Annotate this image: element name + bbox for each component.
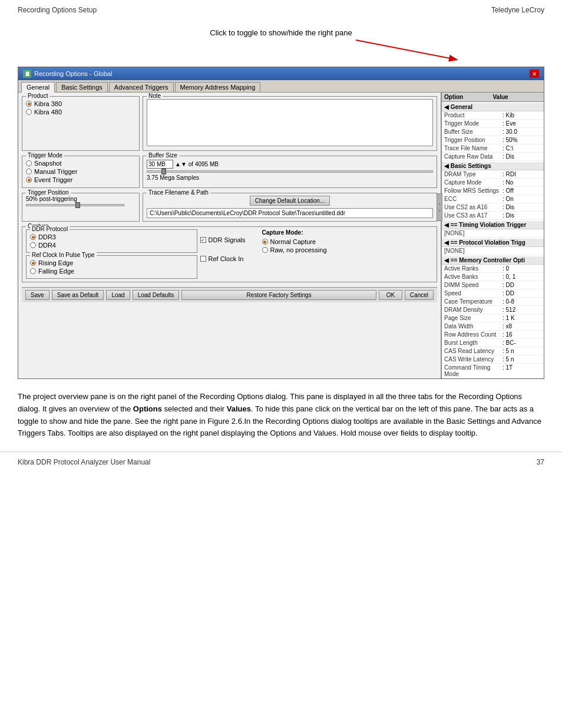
restore-factory-button[interactable]: Restore Factory Settings	[181, 290, 376, 300]
note-group: Note	[143, 96, 437, 151]
capture-group: Capture DDR Protocol DDR3	[22, 226, 437, 282]
trigger-event[interactable]: Event Trigger	[26, 176, 135, 183]
trigger-manual[interactable]: Manual Trigger	[26, 168, 135, 175]
capture-checkboxes: DDR Signals Ref Clock In	[200, 229, 259, 279]
row-trigger-pos-trace: Trigger Position 50% post-triggering Tra…	[22, 193, 437, 223]
cancel-button[interactable]: Cancel	[405, 290, 434, 300]
radio-manual[interactable]	[26, 169, 32, 174]
dialog-body: Product Kibra 380 Kibra 480 Note	[18, 93, 544, 378]
tab-basic-settings[interactable]: Basic Settings	[56, 82, 108, 92]
product-kibra380[interactable]: Kibra 380	[26, 100, 135, 107]
right-row: Burst Length: BC-	[442, 339, 544, 347]
right-row: Active Ranks: 0	[442, 265, 544, 273]
svg-line-0	[356, 40, 456, 60]
change-location-button[interactable]: Change Default Location...	[250, 196, 330, 206]
buffer-slider[interactable]	[147, 170, 433, 173]
right-row: ECC: On	[442, 195, 544, 203]
row-trigger-buffer: Trigger Mode Snapshot Manual Trigger Eve…	[22, 156, 437, 190]
right-row: Trigger Position: 50%	[442, 136, 544, 144]
right-row: [NONE]	[442, 229, 544, 238]
right-row: Speed: DD	[442, 289, 544, 298]
right-row: Follow MRS Settings: Off	[442, 187, 544, 195]
product-kibra480[interactable]: Kibra 480	[26, 108, 135, 116]
arrow-svg	[350, 37, 468, 63]
radio-kibra480[interactable]	[26, 109, 32, 115]
description-paragraph: The project overview pane is on the righ…	[18, 391, 544, 440]
buffer-samples: 3.75 Mega Samples	[147, 174, 433, 181]
dialog-footer: Save Save as Default Load Load Defaults …	[22, 287, 437, 302]
buffer-size-group: Buffer Size ▲▼ of 4095 MB 3.75 Mega Samp…	[143, 156, 437, 188]
right-pane-header: Option Value	[442, 93, 544, 102]
save-as-default-button[interactable]: Save as Default	[52, 290, 104, 300]
dialog-close-button[interactable]: ✕	[530, 70, 539, 78]
right-row: Use CS2 as A16: Dis	[442, 203, 544, 212]
tab-advanced-triggers[interactable]: Advanced Triggers	[109, 82, 174, 92]
desc-bold1: Options	[133, 404, 162, 413]
right-row: Page Size: 1 K	[442, 314, 544, 322]
load-defaults-button[interactable]: Load Defaults	[133, 290, 180, 300]
radio-kibra380[interactable]	[26, 101, 32, 107]
radio-ddr4[interactable]	[30, 242, 36, 248]
product-group: Product Kibra 380 Kibra 480	[22, 96, 140, 151]
trigger-mode-group: Trigger Mode Snapshot Manual Trigger Eve…	[22, 156, 140, 188]
right-pane-toggle[interactable]: › ›	[437, 193, 442, 221]
raw-capture-option[interactable]: Raw, no processing	[262, 246, 434, 253]
ddr4-option[interactable]: DDR4	[30, 242, 193, 249]
radio-rising[interactable]	[30, 260, 36, 266]
dialog-title: 📋 Recording Options - Global	[23, 70, 113, 78]
note-textarea[interactable]	[147, 99, 433, 146]
footer-right: 37	[537, 458, 544, 466]
radio-ddr3[interactable]	[30, 234, 36, 240]
header-left: Recording Options Setup	[18, 6, 97, 14]
right-row: [NONE]	[442, 247, 544, 255]
dialog-titlebar: 📋 Recording Options - Global ✕	[18, 67, 544, 80]
trigger-mode-label: Trigger Mode	[26, 152, 64, 159]
right-section-basic-settings: ◀ Basic Settings	[442, 162, 544, 170]
radio-normal-capture[interactable]	[262, 239, 268, 245]
right-row: Row Address Count: 16	[442, 331, 544, 339]
radio-falling[interactable]	[30, 268, 36, 274]
trigger-snapshot[interactable]: Snapshot	[26, 160, 135, 167]
right-row: Active Banks: 0, 1	[442, 273, 544, 281]
radio-event[interactable]	[26, 177, 32, 183]
right-row: Data Width: x8	[442, 322, 544, 331]
buffer-size-label: Buffer Size	[147, 152, 179, 159]
trace-filename-group: Trace Filename & Path Change Default Loc…	[143, 193, 437, 222]
trigger-pos-label: Trigger Position	[26, 189, 71, 196]
tab-general[interactable]: General	[21, 82, 55, 93]
ddr3-option[interactable]: DDR3	[30, 233, 193, 241]
right-pane: Option Value ◀ GeneralProduct: KibTrigge…	[441, 93, 544, 378]
radio-snapshot[interactable]	[26, 160, 32, 166]
dialog-left-panel: Product Kibra 380 Kibra 480 Note	[18, 93, 441, 378]
ddr-protocol-label: DDR Protocol	[30, 226, 70, 232]
falling-edge-option[interactable]: Falling Edge	[30, 268, 193, 275]
trigger-position-group: Trigger Position 50% post-triggering	[22, 193, 140, 222]
buffer-input-row: ▲▼ of 4095 MB	[147, 160, 433, 169]
dialog-content: General Basic Settings Advanced Triggers…	[18, 80, 544, 378]
right-row: Case Temperature: 0-8	[442, 298, 544, 306]
ok-button[interactable]: OK	[379, 290, 402, 300]
trigger-pos-slider[interactable]	[26, 204, 124, 206]
buffer-size-input[interactable]	[147, 160, 173, 169]
footer-left: Kibra DDR Protocol Analyzer User Manual	[18, 458, 150, 466]
right-section-==-timing-violation-trigger: ◀ == Timing Violation Trigger	[442, 221, 544, 229]
tab-memory-address[interactable]: Memory Address Mapping	[175, 82, 261, 92]
right-row: DRAM Density: 512	[442, 306, 544, 314]
load-button[interactable]: Load	[106, 290, 130, 300]
right-section-==-protocol-violation-trigg: ◀ == Protocol Violation Trigg	[442, 239, 544, 247]
right-col-option: Option	[444, 94, 493, 100]
ref-clock-checkbox[interactable]: Ref Clock In	[200, 255, 259, 262]
ddr-signals-check[interactable]	[200, 237, 206, 243]
header-right: Teledyne LeCroy	[491, 6, 544, 14]
radio-raw-capture[interactable]	[262, 247, 268, 253]
normal-capture-option[interactable]: Normal Capture	[262, 238, 434, 245]
dialog-icon: 📋	[23, 70, 31, 78]
note-group-label: Note	[147, 93, 163, 99]
ref-clock-check[interactable]	[200, 256, 206, 262]
rising-edge-option[interactable]: Rising Edge	[30, 259, 193, 266]
right-pane-content: ◀ GeneralProduct: KibTrigger Mode: EveBu…	[442, 103, 544, 378]
row-product-note: Product Kibra 380 Kibra 480 Note	[22, 96, 437, 153]
save-button[interactable]: Save	[25, 290, 49, 300]
desc-text2: selected and their	[162, 404, 227, 413]
ddr-signals-checkbox[interactable]: DDR Signals	[200, 236, 259, 243]
